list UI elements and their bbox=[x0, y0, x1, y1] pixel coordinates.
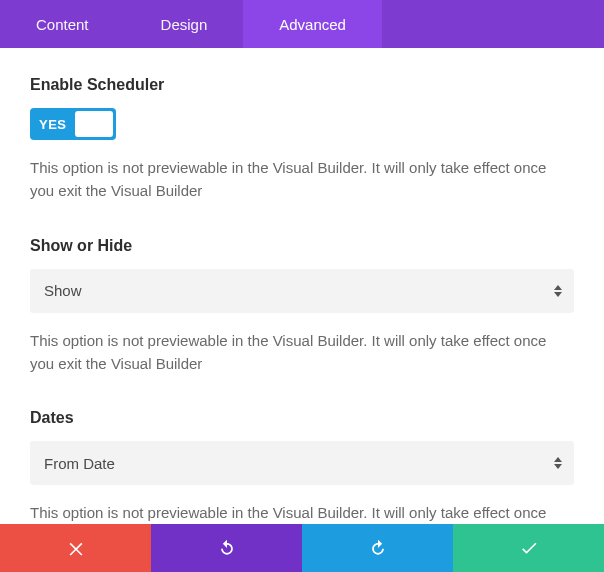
dates-title: Dates bbox=[30, 409, 574, 427]
confirm-button[interactable] bbox=[453, 524, 604, 572]
undo-button[interactable] bbox=[151, 524, 302, 572]
tab-advanced[interactable]: Advanced bbox=[243, 0, 382, 48]
tab-design[interactable]: Design bbox=[125, 0, 244, 48]
show-hide-title: Show or Hide bbox=[30, 237, 574, 255]
cancel-button[interactable] bbox=[0, 524, 151, 572]
scheduler-helper: This option is not previewable in the Vi… bbox=[30, 156, 574, 203]
show-hide-value: Show bbox=[44, 282, 82, 299]
sort-icon bbox=[554, 457, 562, 469]
sort-icon bbox=[554, 285, 562, 297]
scheduler-toggle[interactable]: YES bbox=[30, 108, 116, 140]
dates-value: From Date bbox=[44, 455, 115, 472]
action-bar bbox=[0, 524, 604, 572]
redo-button[interactable] bbox=[302, 524, 453, 572]
tab-content[interactable]: Content bbox=[0, 0, 125, 48]
show-hide-select[interactable]: Show bbox=[30, 269, 574, 313]
check-icon bbox=[519, 538, 539, 558]
undo-icon bbox=[217, 538, 237, 558]
tab-bar: Content Design Advanced bbox=[0, 0, 604, 48]
scheduler-title: Enable Scheduler bbox=[30, 76, 574, 94]
toggle-knob bbox=[75, 111, 113, 137]
settings-panel: Enable Scheduler YES This option is not … bbox=[0, 48, 604, 572]
show-hide-helper: This option is not previewable in the Vi… bbox=[30, 329, 574, 376]
redo-icon bbox=[368, 538, 388, 558]
dates-select[interactable]: From Date bbox=[30, 441, 574, 485]
scheduler-toggle-label: YES bbox=[39, 117, 67, 132]
close-icon bbox=[66, 538, 86, 558]
